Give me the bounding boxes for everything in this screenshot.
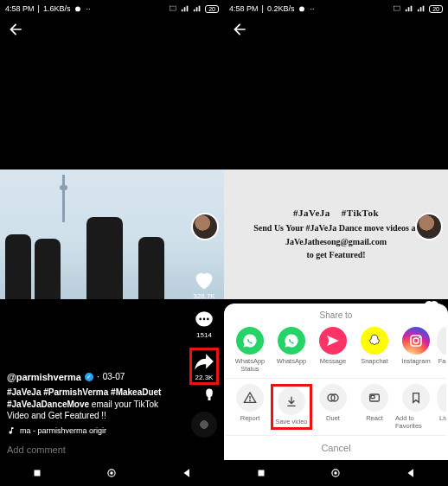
heart-icon — [192, 268, 216, 292]
sheet-title: Share to — [226, 310, 446, 320]
action-duet[interactable]: Duet — [312, 384, 354, 430]
music-row[interactable]: ma - parmishverma origir — [7, 425, 163, 436]
battery-icon: 20 — [429, 5, 443, 13]
like-button[interactable]: 328.7K — [192, 268, 216, 300]
share-message[interactable]: Message — [312, 327, 354, 373]
signal-icon — [193, 4, 202, 13]
back-row — [224, 17, 448, 42]
download-icon — [285, 394, 298, 408]
android-navbar — [0, 460, 224, 486]
share-facebook[interactable]: Face — [437, 327, 446, 373]
card-line-1: Send Us Your #JaVeJa Dance move videos a… — [253, 222, 418, 234]
action-live[interactable]: Live — [437, 384, 446, 430]
statusbar: 4:58 PM | 1.6KB/s ·· 20 — [0, 0, 224, 17]
back-row — [0, 17, 224, 42]
svg-point-3 — [199, 318, 202, 321]
share-count: 22.3K — [195, 374, 214, 381]
card-line-2: JaVeJathesong@gmail.com — [285, 236, 387, 248]
action-label: Save video — [275, 418, 307, 425]
creator-avatar[interactable] — [191, 213, 219, 240]
svg-rect-1 — [170, 6, 176, 10]
action-react[interactable]: React — [354, 384, 395, 430]
statusbar: 4:58 PM | 0.2KB/s ·· 20 — [224, 0, 448, 17]
whatsapp-icon — [242, 333, 258, 349]
react-icon — [368, 391, 381, 405]
svg-point-12 — [413, 338, 419, 343]
signal-icon — [405, 4, 413, 13]
cast-icon — [393, 4, 401, 13]
action-label: Report — [240, 414, 260, 422]
back-nav-icon[interactable] — [181, 467, 193, 479]
bookmark-icon — [409, 391, 423, 405]
action-label: Live — [439, 414, 446, 422]
action-label: React — [366, 414, 383, 422]
back-icon[interactable] — [231, 21, 248, 38]
svg-point-13 — [419, 336, 420, 338]
share-sheet: Share to WhatsApp Status WhatsApp Messag… — [224, 304, 448, 460]
svg-rect-20 — [259, 470, 265, 476]
recent-apps-icon[interactable] — [31, 467, 43, 479]
android-navbar — [224, 460, 448, 486]
recent-apps-icon[interactable] — [255, 467, 267, 479]
whatsapp-icon — [284, 333, 299, 349]
share-instagram[interactable]: Instagram — [395, 327, 437, 373]
action-add-favorites[interactable]: Add to Favorites — [395, 384, 437, 430]
card-hashtag-2: #TikTok — [342, 208, 379, 218]
verified-badge-icon: ✓ — [85, 373, 93, 381]
app-label: WhatsApp — [277, 357, 307, 365]
share-snapchat[interactable]: Snapchat — [354, 327, 395, 373]
action-label: Duet — [326, 414, 340, 422]
instagram-icon — [408, 333, 424, 349]
caption-block: @parmishverma ✓ · 03-07 #JaVeJa #Parmish… — [7, 371, 163, 436]
action-report[interactable]: Report — [229, 384, 271, 430]
comment-icon — [193, 309, 215, 331]
comment-count: 1514 — [196, 331, 212, 339]
status-net: 1.6KB/s — [43, 4, 71, 13]
svg-point-5 — [207, 318, 209, 321]
status-net: 0.2KB/s — [267, 4, 295, 13]
app-label: Face — [438, 357, 446, 365]
svg-point-9 — [299, 7, 304, 12]
action-label: Add to Favorites — [395, 414, 437, 430]
report-icon — [243, 391, 257, 405]
battery-icon: 20 — [205, 5, 219, 13]
music-text: ma - parmishverma origir — [20, 425, 106, 436]
username[interactable]: @parmishverma — [7, 371, 81, 384]
creator-avatar[interactable] — [415, 213, 443, 240]
share-whatsapp-status[interactable]: WhatsApp Status — [229, 327, 271, 373]
snapchat-icon — [367, 333, 382, 349]
comment-button[interactable]: 1514 — [193, 309, 215, 339]
add-comment-input[interactable]: Add comment — [7, 444, 66, 455]
action-save-video[interactable]: Save video — [271, 384, 312, 430]
svg-point-8 — [111, 471, 114, 475]
svg-point-22 — [335, 471, 338, 475]
card-hashtag-1: #JaVeJa — [293, 208, 330, 218]
back-nav-icon[interactable] — [405, 467, 417, 479]
like-count: 328.7K — [193, 292, 214, 300]
status-time: 4:58 PM — [5, 4, 35, 13]
svg-rect-19 — [371, 395, 374, 398]
share-whatsapp[interactable]: WhatsApp — [271, 327, 312, 373]
share-button[interactable]: 22.3K — [189, 348, 219, 385]
alarm-icon — [74, 4, 82, 13]
post-date: 03-07 — [103, 371, 125, 383]
music-note-icon — [7, 426, 16, 435]
home-icon[interactable] — [330, 467, 342, 479]
status-time: 4:58 PM — [229, 4, 259, 13]
share-icon — [193, 351, 215, 374]
alarm-icon — [298, 4, 306, 13]
cancel-button[interactable]: Cancel — [226, 435, 446, 457]
tiktok-screen-share: 4:58 PM | 0.2KB/s ·· 20 #JaVeJa #TikTok … — [224, 0, 448, 486]
send-icon — [325, 333, 341, 349]
sound-disc[interactable] — [191, 412, 217, 438]
svg-rect-10 — [394, 6, 400, 10]
tiktok-screen-video: 4:58 PM | 1.6KB/s ·· 20 — [0, 0, 224, 486]
svg-rect-6 — [35, 470, 41, 476]
cast-icon — [169, 4, 177, 13]
svg-point-15 — [250, 400, 251, 401]
svg-point-4 — [203, 318, 206, 321]
back-icon[interactable] — [7, 21, 24, 38]
video-card-area[interactable]: #JaVeJa #TikTok Send Us Your #JaVeJa Dan… — [224, 169, 448, 299]
duet-rail-icon[interactable] — [202, 387, 217, 403]
home-icon[interactable] — [106, 467, 118, 479]
